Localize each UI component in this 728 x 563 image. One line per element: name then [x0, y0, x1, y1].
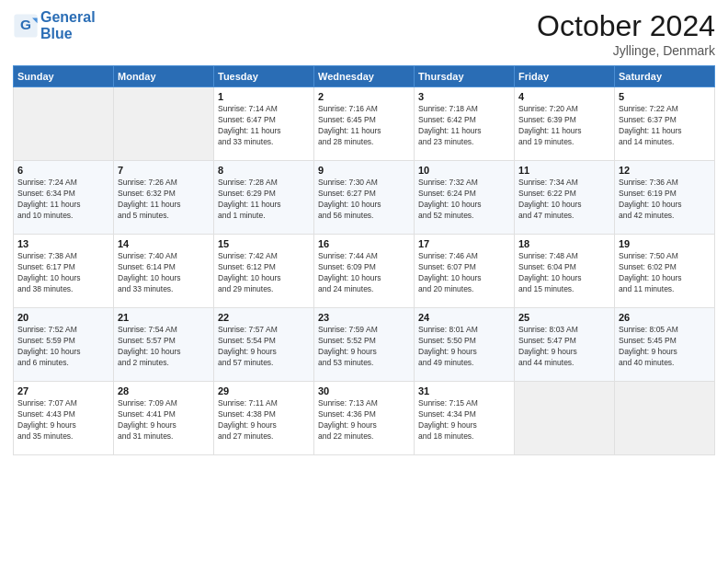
calendar-cell — [114, 87, 214, 161]
day-number: 20 — [17, 312, 109, 323]
day-info: Sunrise: 7:57 AM Sunset: 5:54 PM Dayligh… — [218, 325, 310, 369]
calendar-cell: 12Sunrise: 7:36 AM Sunset: 6:19 PM Dayli… — [615, 161, 715, 235]
calendar-cell: 6Sunrise: 7:24 AM Sunset: 6:34 PM Daylig… — [14, 161, 114, 235]
day-number: 31 — [418, 385, 510, 396]
calendar-cell: 28Sunrise: 7:09 AM Sunset: 4:41 PM Dayli… — [114, 382, 214, 455]
calendar-cell: 11Sunrise: 7:34 AM Sunset: 6:22 PM Dayli… — [515, 161, 615, 235]
calendar-cell: 27Sunrise: 7:07 AM Sunset: 4:43 PM Dayli… — [14, 382, 114, 455]
title-block: October 2024 Jyllinge, Denmark — [537, 9, 715, 58]
calendar-cell: 16Sunrise: 7:44 AM Sunset: 6:09 PM Dayli… — [314, 235, 415, 308]
day-info: Sunrise: 7:50 AM Sunset: 6:02 PM Dayligh… — [619, 251, 711, 295]
calendar-cell: 2Sunrise: 7:16 AM Sunset: 6:45 PM Daylig… — [314, 87, 415, 161]
day-number: 3 — [418, 91, 510, 102]
day-info: Sunrise: 7:42 AM Sunset: 6:12 PM Dayligh… — [218, 251, 310, 295]
day-info: Sunrise: 7:09 AM Sunset: 4:41 PM Dayligh… — [118, 398, 210, 442]
logo-line2: Blue — [40, 26, 96, 42]
day-number: 23 — [318, 312, 410, 323]
calendar-cell: 17Sunrise: 7:46 AM Sunset: 6:07 PM Dayli… — [415, 235, 515, 308]
day-info: Sunrise: 7:44 AM Sunset: 6:09 PM Dayligh… — [318, 251, 410, 295]
calendar-week-row: 13Sunrise: 7:38 AM Sunset: 6:17 PM Dayli… — [14, 235, 715, 308]
day-number: 16 — [318, 238, 410, 249]
day-number: 25 — [518, 312, 610, 323]
day-info: Sunrise: 7:30 AM Sunset: 6:27 PM Dayligh… — [318, 178, 410, 222]
weekday-header: Sunday — [14, 66, 114, 87]
day-number: 27 — [17, 385, 109, 396]
day-number: 19 — [619, 238, 711, 249]
calendar-cell — [615, 382, 715, 455]
day-info: Sunrise: 8:03 AM Sunset: 5:47 PM Dayligh… — [518, 325, 610, 369]
day-info: Sunrise: 7:32 AM Sunset: 6:24 PM Dayligh… — [418, 178, 510, 222]
header: G General Blue October 2024 Jyllinge, De… — [13, 9, 715, 58]
day-info: Sunrise: 7:38 AM Sunset: 6:17 PM Dayligh… — [17, 251, 109, 295]
calendar-cell: 13Sunrise: 7:38 AM Sunset: 6:17 PM Dayli… — [14, 235, 114, 308]
calendar-header: SundayMondayTuesdayWednesdayThursdayFrid… — [14, 66, 715, 87]
day-number: 4 — [518, 91, 610, 102]
calendar-cell: 4Sunrise: 7:20 AM Sunset: 6:39 PM Daylig… — [515, 87, 615, 161]
day-info: Sunrise: 7:28 AM Sunset: 6:29 PM Dayligh… — [218, 178, 310, 222]
calendar-cell: 18Sunrise: 7:48 AM Sunset: 6:04 PM Dayli… — [515, 235, 615, 308]
day-number: 11 — [518, 165, 610, 176]
weekday-header: Wednesday — [314, 66, 415, 87]
day-number: 8 — [218, 165, 310, 176]
calendar-week-row: 6Sunrise: 7:24 AM Sunset: 6:34 PM Daylig… — [14, 161, 715, 235]
calendar-cell: 1Sunrise: 7:14 AM Sunset: 6:47 PM Daylig… — [214, 87, 314, 161]
day-info: Sunrise: 7:18 AM Sunset: 6:42 PM Dayligh… — [418, 104, 510, 148]
calendar-cell: 29Sunrise: 7:11 AM Sunset: 4:38 PM Dayli… — [214, 382, 314, 455]
calendar-cell: 21Sunrise: 7:54 AM Sunset: 5:57 PM Dayli… — [114, 308, 214, 382]
calendar-cell: 23Sunrise: 7:59 AM Sunset: 5:52 PM Dayli… — [314, 308, 415, 382]
day-number: 17 — [418, 238, 510, 249]
day-number: 14 — [118, 238, 210, 249]
day-info: Sunrise: 7:13 AM Sunset: 4:36 PM Dayligh… — [318, 398, 410, 442]
day-info: Sunrise: 7:20 AM Sunset: 6:39 PM Dayligh… — [518, 104, 610, 148]
calendar-body: 1Sunrise: 7:14 AM Sunset: 6:47 PM Daylig… — [14, 87, 715, 455]
day-number: 1 — [218, 91, 310, 102]
logo-icon: G — [13, 13, 39, 39]
calendar-cell — [515, 382, 615, 455]
calendar-cell: 24Sunrise: 8:01 AM Sunset: 5:50 PM Dayli… — [415, 308, 515, 382]
day-info: Sunrise: 7:26 AM Sunset: 6:32 PM Dayligh… — [118, 178, 210, 222]
calendar-cell: 30Sunrise: 7:13 AM Sunset: 4:36 PM Dayli… — [314, 382, 415, 455]
weekday-header: Monday — [114, 66, 214, 87]
weekday-header: Friday — [515, 66, 615, 87]
weekday-row: SundayMondayTuesdayWednesdayThursdayFrid… — [14, 66, 715, 87]
day-number: 15 — [218, 238, 310, 249]
calendar-cell: 14Sunrise: 7:40 AM Sunset: 6:14 PM Dayli… — [114, 235, 214, 308]
day-info: Sunrise: 7:48 AM Sunset: 6:04 PM Dayligh… — [518, 251, 610, 295]
calendar-cell: 10Sunrise: 7:32 AM Sunset: 6:24 PM Dayli… — [415, 161, 515, 235]
day-number: 29 — [218, 385, 310, 396]
day-number: 2 — [318, 91, 410, 102]
day-info: Sunrise: 7:46 AM Sunset: 6:07 PM Dayligh… — [418, 251, 510, 295]
calendar-cell — [14, 87, 114, 161]
day-info: Sunrise: 7:52 AM Sunset: 5:59 PM Dayligh… — [17, 325, 109, 369]
day-number: 24 — [418, 312, 510, 323]
calendar-cell: 25Sunrise: 8:03 AM Sunset: 5:47 PM Dayli… — [515, 308, 615, 382]
day-number: 10 — [418, 165, 510, 176]
day-info: Sunrise: 8:01 AM Sunset: 5:50 PM Dayligh… — [418, 325, 510, 369]
calendar-cell: 9Sunrise: 7:30 AM Sunset: 6:27 PM Daylig… — [314, 161, 415, 235]
logo-line1: General — [40, 9, 96, 25]
calendar-cell: 26Sunrise: 8:05 AM Sunset: 5:45 PM Dayli… — [615, 308, 715, 382]
main-container: G General Blue October 2024 Jyllinge, De… — [0, 0, 728, 463]
day-info: Sunrise: 7:24 AM Sunset: 6:34 PM Dayligh… — [17, 178, 109, 222]
day-info: Sunrise: 7:36 AM Sunset: 6:19 PM Dayligh… — [619, 178, 711, 222]
calendar-week-row: 20Sunrise: 7:52 AM Sunset: 5:59 PM Dayli… — [14, 308, 715, 382]
calendar-table: SundayMondayTuesdayWednesdayThursdayFrid… — [13, 65, 715, 455]
day-info: Sunrise: 7:54 AM Sunset: 5:57 PM Dayligh… — [118, 325, 210, 369]
svg-text:G: G — [20, 17, 31, 32]
weekday-header: Thursday — [415, 66, 515, 87]
day-number: 13 — [17, 238, 109, 249]
day-number: 5 — [619, 91, 711, 102]
calendar-cell: 5Sunrise: 7:22 AM Sunset: 6:37 PM Daylig… — [615, 87, 715, 161]
day-info: Sunrise: 7:11 AM Sunset: 4:38 PM Dayligh… — [218, 398, 310, 442]
day-number: 6 — [17, 165, 109, 176]
logo: G General Blue — [13, 9, 96, 41]
day-number: 21 — [118, 312, 210, 323]
calendar-cell: 20Sunrise: 7:52 AM Sunset: 5:59 PM Dayli… — [14, 308, 114, 382]
weekday-header: Tuesday — [214, 66, 314, 87]
calendar-week-row: 1Sunrise: 7:14 AM Sunset: 6:47 PM Daylig… — [14, 87, 715, 161]
day-info: Sunrise: 7:34 AM Sunset: 6:22 PM Dayligh… — [518, 178, 610, 222]
calendar-cell: 7Sunrise: 7:26 AM Sunset: 6:32 PM Daylig… — [114, 161, 214, 235]
calendar-cell: 15Sunrise: 7:42 AM Sunset: 6:12 PM Dayli… — [214, 235, 314, 308]
location: Jyllinge, Denmark — [537, 43, 715, 58]
day-info: Sunrise: 7:59 AM Sunset: 5:52 PM Dayligh… — [318, 325, 410, 369]
